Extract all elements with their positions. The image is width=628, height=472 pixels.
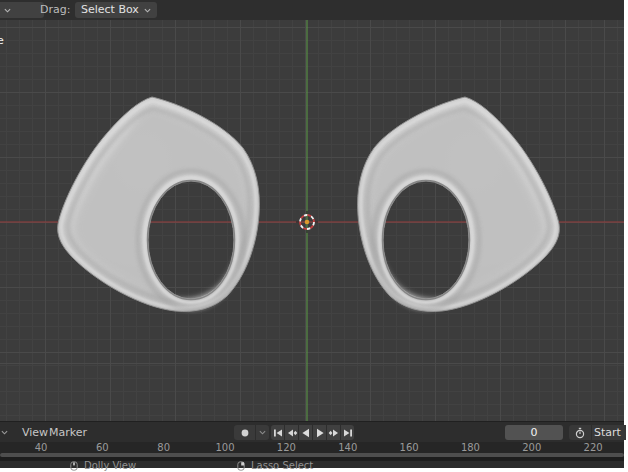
keying-dropdown[interactable] <box>256 425 269 440</box>
ruler-tick-label: 120 <box>277 442 296 453</box>
frame-start-field[interactable]: Start <box>592 425 626 440</box>
status-lasso-select: Lasso Select <box>237 461 313 471</box>
viewport-3d[interactable]: le <box>0 20 624 421</box>
transport-controls <box>271 425 354 440</box>
auto-keying-button[interactable] <box>234 425 255 440</box>
status-bar: Dolly View Lasso Select <box>0 461 624 468</box>
drag-label: Drag: <box>40 3 70 16</box>
stopwatch-icon <box>574 427 586 439</box>
use-preview-range-button[interactable] <box>569 425 591 440</box>
prev-keyframe-icon <box>286 427 298 439</box>
status-dolly-view: Dolly View <box>70 461 136 471</box>
select-mode-dropdown[interactable]: Select Box <box>75 2 157 18</box>
mouse-right-drag-icon <box>237 461 245 471</box>
jump-to-start-button[interactable] <box>271 425 284 440</box>
record-group <box>234 425 269 440</box>
status-label: Dolly View <box>84 461 136 471</box>
play-forward-icon <box>314 427 326 439</box>
play-reverse-button[interactable] <box>299 425 312 440</box>
play-forward-button[interactable] <box>313 425 326 440</box>
editor-type-chevron-icon[interactable] <box>1 430 8 435</box>
ruler-tick-label: 80 <box>157 442 170 453</box>
ruler-tick-label: 180 <box>461 442 480 453</box>
blender-window: lt Drag: Select Box le <box>0 0 624 468</box>
object-right[interactable] <box>358 97 560 311</box>
ruler-tick-label: 160 <box>400 442 419 453</box>
ruler-tick-label: 100 <box>216 442 235 453</box>
timeline-ruler[interactable]: 406080100120140160180200220 <box>0 442 624 453</box>
object-left[interactable] <box>58 97 260 311</box>
next-keyframe-icon <box>328 427 340 439</box>
jump-to-start-icon <box>272 427 284 439</box>
tool-preset-dropdown[interactable]: lt <box>0 2 44 18</box>
current-frame-field[interactable]: 0 <box>505 425 563 440</box>
blender-app: lt Drag: Select Box le <box>0 0 628 472</box>
ruler-tick-label: 40 <box>35 442 48 453</box>
frame-start-label: Start <box>594 426 621 439</box>
tool-settings-header: lt Drag: Select Box <box>0 0 624 20</box>
status-label: Lasso Select <box>251 461 313 471</box>
chevron-down-icon <box>259 430 266 435</box>
menu-view[interactable]: View <box>22 426 48 439</box>
timeline-header: View Marker <box>0 421 624 442</box>
chevron-down-icon <box>144 8 151 13</box>
jump-to-end-icon <box>342 427 354 439</box>
jump-to-end-button[interactable] <box>341 425 354 440</box>
viewport-overlay <box>0 20 624 421</box>
ruler-tick-label: 220 <box>584 442 603 453</box>
ruler-tick-label: 200 <box>522 442 541 453</box>
next-keyframe-button[interactable] <box>327 425 340 440</box>
chevron-down-icon <box>4 8 11 13</box>
prev-keyframe-button[interactable] <box>285 425 298 440</box>
ruler-tick-label: 140 <box>338 442 357 453</box>
mouse-middle-drag-icon <box>70 461 78 471</box>
menu-marker[interactable]: Marker <box>49 426 87 439</box>
cursor-3d <box>296 211 318 233</box>
current-frame-value: 0 <box>531 426 538 439</box>
play-reverse-icon <box>300 427 312 439</box>
ruler-tick-label: 60 <box>96 442 109 453</box>
select-mode-value: Select Box <box>81 2 139 18</box>
record-icon <box>239 427 251 439</box>
